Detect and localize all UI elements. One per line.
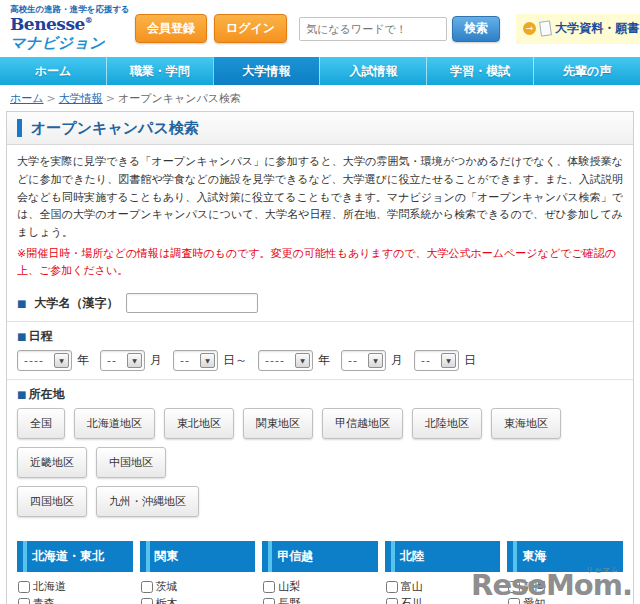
region-button-関東地区[interactable]: 関東地区 [243,408,313,439]
prefecture-group: 北海道・東北北海道青森岩手宮城秋田山形福島 [17,541,133,604]
arrow-circle-icon: → [523,22,536,35]
nav-item-入試情報[interactable]: 入試情報 [319,57,426,85]
brand-block[interactable]: 高校生の進路・進学を応援する Benesse® マナビジョン [10,5,128,52]
nav-item-職業・学問[interactable]: 職業・学問 [106,57,213,85]
page-title-bar: オープンキャンパス検索 [7,112,633,145]
date-select-group: ----▼年 [258,350,330,371]
prefecture-group-title: 甲信越 [262,541,378,572]
prefecture-checkbox[interactable] [141,598,153,604]
university-name-input[interactable] [126,293,258,313]
prefecture-group-title: 北海道・東北 [17,541,133,572]
watermark: リセマム ReseMom. [471,568,632,602]
dropdown-arrow-icon[interactable]: ▼ [200,353,215,368]
prefecture-label: 茨城 [156,579,178,594]
region-button-東海地区[interactable]: 東海地区 [491,408,561,439]
header-search: 検索 [299,16,500,42]
date-select-group: --▼日～ [173,350,247,371]
prefecture-label: 青森 [33,596,55,604]
region-button-東北地区[interactable]: 東北地区 [164,408,234,439]
prefecture-checkbox[interactable] [18,581,30,593]
prefecture-checkbox[interactable] [263,598,275,604]
date-select-group: --▼月 [341,350,403,371]
login-button[interactable]: ログイン [214,14,287,43]
prefecture-checkbox[interactable] [263,581,275,593]
prefecture-checkbox[interactable] [141,581,153,593]
region-button-中国地区[interactable]: 中国地区 [96,447,166,478]
date-select[interactable]: --▼ [173,350,218,371]
prefecture-checkbox-item[interactable]: 山梨 [263,578,377,595]
prefecture-checkbox[interactable] [386,598,398,604]
prefecture-list: 山梨長野新潟 [262,572,378,604]
request-list-box[interactable]: → 大学資料・願書 請求リスト 0 件 [516,14,640,44]
date-select-value: -- [176,354,200,367]
region-button-四国地区[interactable]: 四国地区 [17,486,87,517]
dropdown-arrow-icon[interactable]: ▼ [127,353,142,368]
region-button-全国[interactable]: 全国 [17,408,65,439]
dropdown-arrow-icon[interactable]: ▼ [54,353,69,368]
date-select-value: -- [417,354,441,367]
dropdown-arrow-icon[interactable]: ▼ [295,353,310,368]
section-bullet-icon: ■ [17,298,26,309]
date-select[interactable]: --▼ [414,350,459,371]
region-button-近畿地区[interactable]: 近畿地区 [17,447,87,478]
date-unit-label: 日 [464,352,476,369]
breadcrumb-separator: > [106,92,115,105]
location-section: ■ 所在地 全国北海道地区東北地区関東地区甲信越地区北陸地区東海地区近畿地区中国… [7,379,633,533]
date-select[interactable]: ----▼ [258,350,313,371]
prefecture-checkbox-item[interactable]: 栃木 [141,595,255,604]
prefecture-checkbox-item[interactable]: 北海道 [18,578,132,595]
prefecture-label: 山梨 [278,579,300,594]
prefecture-list: 茨城栃木群馬埼玉千葉東京神奈川 [140,572,256,604]
nav-item-先輩の声[interactable]: 先輩の声 [533,57,640,85]
prefecture-checkbox-item[interactable]: 茨城 [141,578,255,595]
date-select[interactable]: ----▼ [17,350,72,371]
prefecture-checkbox[interactable] [386,581,398,593]
dropdown-arrow-icon[interactable]: ▼ [441,353,456,368]
prefecture-checkbox-item[interactable]: 長野 [263,595,377,604]
university-name-section: ■ 大学名（漢字） [7,287,633,321]
prefecture-checkbox-item[interactable]: 青森 [18,595,132,604]
breadcrumb-link[interactable]: 大学情報 [59,92,103,105]
date-select-group: --▼日 [414,350,476,371]
prefecture-checkbox[interactable] [18,598,30,604]
nav-item-学習・模試[interactable]: 学習・模試 [426,57,533,85]
request-list-title[interactable]: 大学資料・願書 [555,20,639,37]
region-button-甲信越地区[interactable]: 甲信越地区 [322,408,403,439]
date-select-value: -- [344,354,368,367]
prefecture-group-title: 関東 [140,541,256,572]
date-select[interactable]: --▼ [100,350,145,371]
date-select-value: ---- [261,354,295,367]
nav-item-ホーム[interactable]: ホーム [0,57,106,85]
register-button[interactable]: 会員登録 [135,14,207,43]
breadcrumb-link[interactable]: ホーム [10,92,44,105]
region-buttons: 全国北海道地区東北地区関東地区甲信越地区北陸地区東海地区近畿地区中国地区四国地区… [17,408,623,525]
location-label: 所在地 [28,386,64,403]
prefecture-label: 石川 [401,596,423,604]
document-icon [539,20,552,36]
section-bullet-icon: ■ [17,331,26,342]
date-unit-label: 年 [318,352,330,369]
main-content: オープンキャンパス検索 大学を実際に見学できる「オープンキャンパス」に参加すると… [6,111,634,604]
date-unit-label: 月 [150,352,162,369]
section-bullet-icon: ■ [17,389,26,400]
search-input[interactable] [299,17,447,41]
date-unit-label: 日～ [223,352,247,369]
search-button[interactable]: 検索 [452,16,500,42]
manavision-logo: マナビジョン [10,35,128,52]
description-block: 大学を実際に見学できる「オープンキャンパス」に参加すると、大学の雰囲気・環境がつ… [7,145,633,287]
schedule-label: 日程 [28,328,52,345]
region-button-九州・沖縄地区[interactable]: 九州・沖縄地区 [96,486,199,517]
dropdown-arrow-icon[interactable]: ▼ [368,353,383,368]
region-button-北海道地区[interactable]: 北海道地区 [74,408,155,439]
region-button-北陸地区[interactable]: 北陸地区 [412,408,482,439]
prefecture-group: 甲信越山梨長野新潟 [262,541,378,604]
page-note: ※開催日時・場所などの情報は調査時のものです。変更の可能性もありますので、大学公… [17,246,623,279]
date-select-group: --▼月 [100,350,162,371]
date-select-value: -- [103,354,127,367]
date-range-row: ----▼年--▼月--▼日～----▼年--▼月--▼日 [17,350,623,371]
date-unit-label: 年 [77,352,89,369]
main-nav: ホーム職業・学問大学情報入試情報学習・模試先輩の声 [0,57,640,85]
date-select[interactable]: --▼ [341,350,386,371]
benesse-logo: Benesse® [10,15,128,35]
nav-item-大学情報[interactable]: 大学情報 [213,57,320,85]
